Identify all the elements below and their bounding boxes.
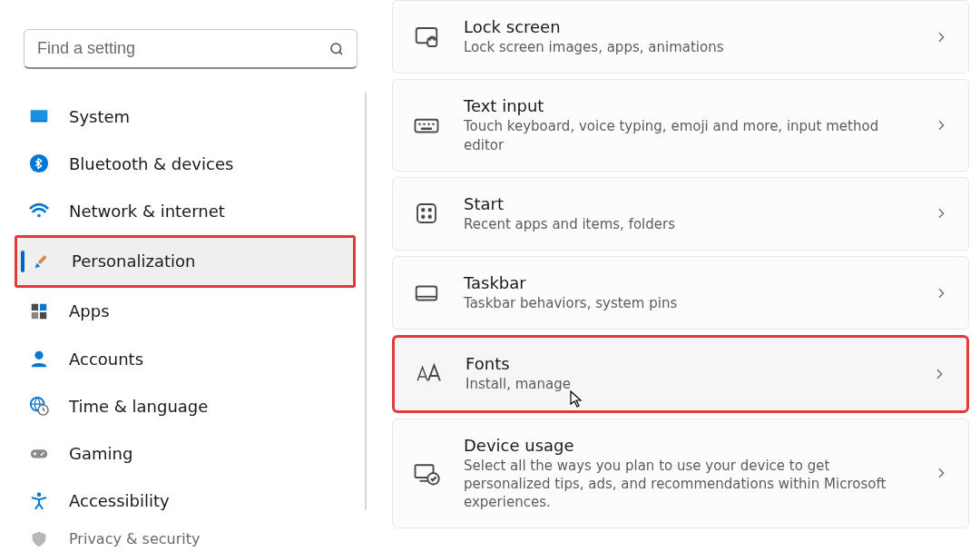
svg-point-30	[429, 216, 432, 219]
chevron-right-icon	[934, 118, 948, 133]
start-icon	[413, 200, 440, 227]
card-text: Fonts Install, manage	[466, 354, 932, 393]
fonts-icon	[415, 360, 442, 388]
sidebar-item-network[interactable]: Network & internet	[15, 187, 356, 234]
lock-screen-icon	[413, 24, 440, 51]
bluetooth-icon	[29, 153, 49, 173]
globe-clock-icon	[29, 396, 49, 416]
svg-rect-7	[32, 304, 38, 310]
settings-content: Lock screen Lock screen images, apps, an…	[381, 0, 980, 552]
person-icon	[29, 349, 49, 369]
svg-rect-19	[427, 38, 436, 46]
svg-point-29	[422, 216, 425, 219]
card-title: Device usage	[464, 436, 934, 455]
sidebar-scrollbar[interactable]	[365, 93, 367, 510]
svg-rect-3	[31, 111, 47, 121]
sidebar-item-apps[interactable]: Apps	[15, 288, 356, 335]
accessibility-icon	[29, 491, 49, 511]
card-title: Text input	[464, 96, 934, 115]
svg-point-27	[422, 209, 425, 212]
sidebar-item-system[interactable]: System	[15, 93, 356, 140]
sidebar-item-label: System	[69, 107, 130, 126]
device-usage-icon	[413, 459, 440, 487]
sidebar-item-label: Time & language	[69, 397, 208, 416]
card-start[interactable]: Start Recent apps and items, folders	[392, 177, 969, 251]
svg-rect-6	[37, 255, 46, 264]
svg-rect-9	[32, 312, 38, 319]
svg-rect-26	[417, 204, 436, 222]
paintbrush-icon	[32, 251, 52, 271]
card-subtitle: Taskbar behaviors, system pins	[464, 294, 934, 312]
card-title: Fonts	[466, 354, 932, 373]
svg-point-11	[34, 351, 43, 360]
card-subtitle: Install, manage	[466, 375, 932, 393]
sidebar: System Bluetooth & devices Network & int…	[0, 0, 381, 552]
sidebar-item-label: Personalization	[72, 251, 195, 271]
sidebar-item-label: Network & internet	[69, 202, 225, 221]
card-device-usage[interactable]: Device usage Select all the ways you pla…	[392, 419, 969, 529]
chevron-right-icon	[934, 206, 948, 221]
card-title: Taskbar	[464, 273, 934, 292]
card-subtitle: Recent apps and items, folders	[464, 215, 934, 233]
keyboard-icon	[413, 112, 440, 139]
svg-point-28	[429, 209, 432, 212]
sidebar-nav: System Bluetooth & devices Network & int…	[15, 93, 367, 552]
sidebar-item-bluetooth[interactable]: Bluetooth & devices	[15, 140, 356, 187]
svg-point-15	[42, 452, 44, 454]
sidebar-item-label: Privacy & security	[69, 530, 200, 547]
card-title: Start	[464, 194, 934, 213]
sidebar-item-label: Accessibility	[69, 491, 170, 510]
svg-rect-14	[31, 450, 47, 458]
card-text-input[interactable]: Text input Touch keyboard, voice typing,…	[392, 79, 969, 172]
sidebar-item-label: Apps	[69, 301, 110, 320]
svg-point-17	[37, 492, 42, 497]
svg-rect-10	[40, 312, 46, 319]
sidebar-item-gaming[interactable]: Gaming	[15, 429, 356, 477]
svg-rect-20	[416, 120, 438, 133]
svg-point-16	[41, 454, 43, 456]
svg-rect-8	[40, 304, 46, 310]
taskbar-icon	[413, 280, 440, 307]
gamepad-icon	[29, 443, 49, 463]
search-input[interactable]	[24, 29, 358, 69]
card-text: Taskbar Taskbar behaviors, system pins	[464, 273, 934, 312]
card-fonts[interactable]: Fonts Install, manage	[392, 335, 969, 412]
card-text: Lock screen Lock screen images, apps, an…	[464, 17, 934, 56]
wifi-icon	[29, 201, 49, 221]
sidebar-item-time-language[interactable]: Time & language	[15, 382, 356, 429]
chevron-right-icon	[934, 466, 948, 480]
search-field-wrapper	[24, 29, 358, 69]
sidebar-item-privacy[interactable]: Privacy & security	[15, 525, 367, 552]
svg-rect-31	[416, 286, 437, 300]
card-text: Text input Touch keyboard, voice typing,…	[464, 96, 934, 154]
settings-cards: Lock screen Lock screen images, apps, an…	[392, 0, 969, 528]
chevron-right-icon	[932, 367, 946, 381]
sidebar-item-personalization[interactable]: Personalization	[17, 238, 353, 285]
sidebar-item-accounts[interactable]: Accounts	[15, 335, 356, 382]
card-lock-screen[interactable]: Lock screen Lock screen images, apps, an…	[392, 0, 969, 74]
sidebar-item-highlight: Personalization	[15, 235, 356, 288]
sidebar-item-label: Bluetooth & devices	[69, 154, 233, 173]
sidebar-item-label: Accounts	[69, 350, 143, 369]
card-taskbar[interactable]: Taskbar Taskbar behaviors, system pins	[392, 256, 969, 330]
card-subtitle: Select all the ways you plan to use your…	[464, 457, 934, 512]
sidebar-item-accessibility[interactable]: Accessibility	[15, 478, 356, 525]
apps-icon	[29, 301, 49, 321]
card-title: Lock screen	[464, 17, 934, 36]
monitor-icon	[29, 106, 49, 126]
shield-icon	[29, 529, 49, 549]
card-subtitle: Lock screen images, apps, animations	[464, 38, 934, 56]
card-subtitle: Touch keyboard, voice typing, emoji and …	[464, 117, 934, 154]
card-text: Device usage Select all the ways you pla…	[464, 436, 934, 512]
card-text: Start Recent apps and items, folders	[464, 194, 934, 233]
svg-point-5	[37, 214, 41, 218]
chevron-right-icon	[934, 286, 948, 301]
chevron-right-icon	[934, 30, 948, 44]
settings-window: System Bluetooth & devices Network & int…	[0, 0, 980, 552]
sidebar-item-label: Gaming	[69, 444, 132, 463]
